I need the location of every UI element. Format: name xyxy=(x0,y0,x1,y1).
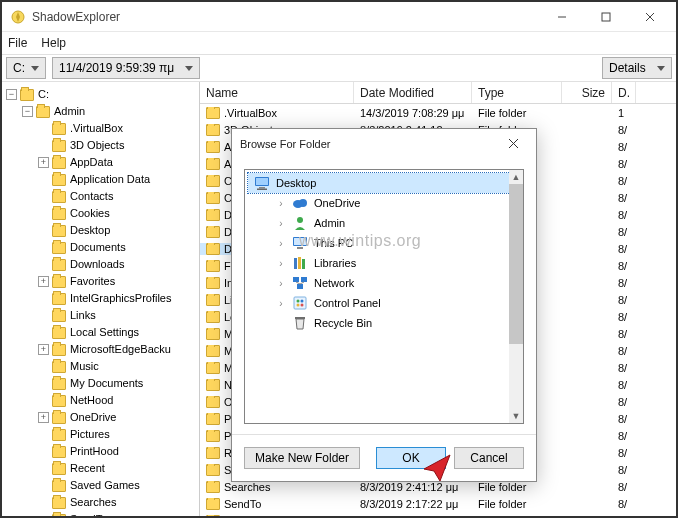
folder-icon xyxy=(206,277,220,289)
close-button[interactable] xyxy=(628,3,672,31)
expand-icon xyxy=(38,140,49,151)
folder-item[interactable]: › Control Panel xyxy=(248,293,520,313)
folder-item[interactable]: › This PC xyxy=(248,233,520,253)
tree-item[interactable]: SendTo xyxy=(70,511,107,516)
expand-icon[interactable]: + xyxy=(38,157,49,168)
tree-item[interactable]: Documents xyxy=(70,239,126,256)
tree-item[interactable]: NetHood xyxy=(70,392,113,409)
cancel-button[interactable]: Cancel xyxy=(454,447,524,469)
folder-icon xyxy=(206,328,220,340)
folder-label: This PC xyxy=(314,237,353,249)
folder-item[interactable]: › Network xyxy=(248,273,520,293)
expand-icon xyxy=(38,191,49,202)
scroll-down-icon[interactable]: ▼ xyxy=(509,409,523,423)
maximize-button[interactable] xyxy=(584,3,628,31)
folder-label: Network xyxy=(314,277,354,289)
folder-item[interactable]: Recycle Bin xyxy=(248,313,520,333)
tree-root[interactable]: C: xyxy=(38,86,49,103)
folder-icon xyxy=(52,208,66,220)
drive-select[interactable]: C: xyxy=(6,57,46,79)
item-icon xyxy=(292,255,308,271)
list-row[interactable]: SendTo 8/3/2019 2:17:22 μμ File folder 8… xyxy=(200,495,676,512)
tree-item[interactable]: MicrosoftEdgeBacku xyxy=(70,341,171,358)
chevron-right-icon[interactable]: › xyxy=(276,218,286,229)
tree-item[interactable]: AppData xyxy=(70,154,113,171)
expand-icon[interactable]: + xyxy=(38,412,49,423)
folder-icon xyxy=(206,362,220,374)
tree-item[interactable]: My Documents xyxy=(70,375,143,392)
minimize-button[interactable] xyxy=(540,3,584,31)
expand-icon xyxy=(38,361,49,372)
tree-item[interactable]: Pictures xyxy=(70,426,110,443)
folder-icon xyxy=(36,106,50,118)
tree-item[interactable]: Downloads xyxy=(70,256,124,273)
tree-item[interactable]: Links xyxy=(70,307,96,324)
snapshot-select[interactable]: 11/4/2019 9:59:39 πμ xyxy=(52,57,200,79)
folder-item-desktop[interactable]: Desktop xyxy=(248,173,520,193)
scroll-up-icon[interactable]: ▲ xyxy=(509,170,523,184)
folder-item[interactable]: › Admin xyxy=(248,213,520,233)
tree-item[interactable]: .VirtualBox xyxy=(70,120,123,137)
menu-file[interactable]: File xyxy=(8,36,27,50)
tree-item[interactable]: Application Data xyxy=(70,171,150,188)
folder-item[interactable]: › OneDrive xyxy=(248,193,520,213)
chevron-right-icon[interactable]: › xyxy=(276,278,286,289)
folder-icon xyxy=(52,395,66,407)
file-name: SendTo xyxy=(224,498,261,510)
tree-item[interactable]: Saved Games xyxy=(70,477,140,494)
tree-item[interactable]: IntelGraphicsProfiles xyxy=(70,290,172,307)
dialog-close-button[interactable] xyxy=(498,136,528,152)
expand-icon[interactable]: + xyxy=(38,344,49,355)
scroll-thumb[interactable] xyxy=(509,184,523,344)
svg-rect-18 xyxy=(298,257,301,269)
folder-icon xyxy=(52,293,66,305)
chevron-right-icon[interactable]: › xyxy=(276,258,286,269)
expand-icon[interactable]: + xyxy=(38,276,49,287)
col-name[interactable]: Name xyxy=(200,82,354,103)
menu-help[interactable]: Help xyxy=(41,36,66,50)
ok-button[interactable]: OK xyxy=(376,447,446,469)
make-new-folder-button[interactable]: Make New Folder xyxy=(244,447,360,469)
file-d: 8/ xyxy=(612,294,636,306)
list-row[interactable]: .VirtualBox 14/3/2019 7:08:29 μμ File fo… xyxy=(200,104,676,121)
tree-item[interactable]: Favorites xyxy=(70,273,115,290)
app-icon xyxy=(10,9,26,25)
tree-item[interactable]: 3D Objects xyxy=(70,137,124,154)
folder-icon xyxy=(206,141,220,153)
tree-item[interactable]: Local Settings xyxy=(70,324,139,341)
dialog-scrollbar[interactable]: ▲ ▼ xyxy=(509,170,523,423)
expand-icon xyxy=(38,395,49,406)
tree-item[interactable]: OneDrive xyxy=(70,409,116,426)
tree-item[interactable]: Desktop xyxy=(70,222,110,239)
folder-item[interactable]: › Libraries xyxy=(248,253,520,273)
file-d: 8/ xyxy=(612,379,636,391)
col-d[interactable]: D. xyxy=(612,82,636,103)
view-select[interactable]: Details xyxy=(602,57,672,79)
col-type[interactable]: Type xyxy=(472,82,562,103)
file-name: .VirtualBox xyxy=(224,107,277,119)
col-date[interactable]: Date Modified xyxy=(354,82,472,103)
tree-item[interactable]: Cookies xyxy=(70,205,110,222)
tree-item[interactable]: Admin xyxy=(54,103,85,120)
folder-icon xyxy=(206,430,220,442)
svg-rect-21 xyxy=(301,277,307,282)
item-icon xyxy=(292,275,308,291)
col-size[interactable]: Size xyxy=(562,82,612,103)
tree-item[interactable]: PrintHood xyxy=(70,443,119,460)
expand-icon[interactable]: − xyxy=(6,89,17,100)
list-row[interactable]: Start Menu 8/3/2019 2:17:22 μμ File fold… xyxy=(200,512,676,516)
chevron-right-icon[interactable]: › xyxy=(276,198,286,209)
tree-item[interactable]: Music xyxy=(70,358,99,375)
folder-tree[interactable]: Desktop › OneDrive › Admin › This PC › L… xyxy=(244,169,524,424)
expand-icon[interactable]: − xyxy=(22,106,33,117)
file-d: 8/ xyxy=(612,481,636,493)
expand-icon xyxy=(38,429,49,440)
tree-item[interactable]: Searches xyxy=(70,494,116,511)
tree-pane[interactable]: −C:−Admin.VirtualBox3D Objects+AppDataAp… xyxy=(2,82,200,516)
chevron-right-icon[interactable]: › xyxy=(276,298,286,309)
tree-item[interactable]: Contacts xyxy=(70,188,113,205)
file-d: 8/ xyxy=(612,141,636,153)
tree-item[interactable]: Recent xyxy=(70,460,105,477)
chevron-right-icon[interactable]: › xyxy=(276,238,286,249)
expand-icon xyxy=(38,310,49,321)
